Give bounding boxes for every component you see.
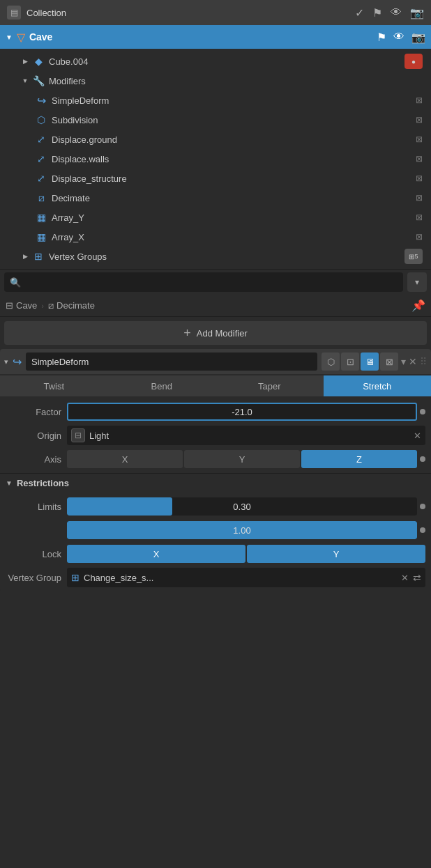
decimate-close[interactable]: ⊠ <box>413 193 425 203</box>
simpledeform-close[interactable]: ⊠ <box>413 95 425 105</box>
limits-dot-2[interactable] <box>420 527 425 533</box>
array-y-close[interactable]: ⊠ <box>413 212 425 222</box>
displace-structure-icon: ⤢ <box>33 173 49 184</box>
collection-row[interactable]: ▼ ▽ Cave ⚑ 👁 📷 <box>0 25 431 49</box>
vertex-groups-caret[interactable]: ▶ <box>20 253 31 260</box>
modifier-name-input[interactable] <box>26 352 317 371</box>
limits-control-2: 1.00 <box>67 521 425 539</box>
tree-item-subdivision[interactable]: ⬡ Subdivision ⊠ <box>0 110 431 130</box>
breadcrumb: ⊟ Cave › ⧄ Decimate 📌 <box>0 295 431 317</box>
modifier-drag-handle[interactable]: ⠿ <box>420 356 427 367</box>
cube-caret[interactable]: ▶ <box>20 58 31 65</box>
breadcrumb-decimate[interactable]: ⧄ Decimate <box>48 300 95 311</box>
vertex-group-row: Vertex Group ⊞ Change_size_s... ✕ ⇄ <box>6 568 425 587</box>
modifier-type-icon: ↪ <box>13 355 22 369</box>
vertex-groups-icon: ⊞ <box>31 251 46 262</box>
factor-row: Factor <box>6 402 425 421</box>
modifier-close-btn[interactable]: ✕ <box>409 356 417 367</box>
lock-control: X Y <box>67 545 425 563</box>
displace-ground-icon: ⤢ <box>33 134 49 145</box>
tree-item-decimate[interactable]: ⧄ Decimate ⊠ <box>0 188 431 208</box>
origin-control: ⊟ Light ✕ <box>67 426 425 445</box>
tab-bend[interactable]: Bend <box>108 375 216 396</box>
modifiers-caret[interactable]: ▼ <box>20 77 31 84</box>
tree-item-array-x[interactable]: ▦ Array_X ⊠ <box>0 227 431 247</box>
tree-item-simpledeform[interactable]: ↪ SimpleDeform ⊠ <box>0 91 431 110</box>
collection-icon: ▽ <box>17 31 25 44</box>
vertex-groups-label: Vertex Groups <box>46 251 404 262</box>
factor-input[interactable] <box>67 403 417 421</box>
limits-field-1[interactable]: 0.30 <box>67 497 417 516</box>
search-input[interactable] <box>24 277 398 288</box>
origin-object-icon: ⊟ <box>71 428 85 442</box>
collection-eye-icon[interactable]: 👁 <box>393 31 404 44</box>
vertex-group-swap-btn[interactable]: ⇄ <box>413 572 421 583</box>
checkmark-icon[interactable]: ✓ <box>355 6 364 20</box>
displace-walls-label: Displace.walls <box>49 154 413 164</box>
limits-field-2[interactable]: 1.00 <box>67 521 417 539</box>
vertex-group-clear-btn[interactable]: ✕ <box>401 573 409 583</box>
eye-icon[interactable]: 👁 <box>391 6 402 19</box>
plus-icon: + <box>183 326 191 341</box>
restrictions-properties: Limits 0.30 1.00 Lock <box>0 493 431 591</box>
lock-y-btn[interactable]: Y <box>247 545 425 563</box>
limits-row-1: Limits 0.30 <box>6 497 425 516</box>
tree-item-cube[interactable]: ▶ ◆ Cube.004 ● <box>0 52 431 71</box>
tree-item-modifiers[interactable]: ▼ 🔧 Modifiers <box>0 71 431 91</box>
modifier-viewport-icon[interactable]: ⊡ <box>341 352 359 371</box>
flag-icon[interactable]: ⚑ <box>372 6 382 20</box>
tree-item-displace-ground[interactable]: ⤢ Displace.ground ⊠ <box>0 130 431 149</box>
tree-item-displace-structure[interactable]: ⤢ Displace_structure ⊠ <box>0 169 431 188</box>
vertex-group-field[interactable]: ⊞ Change_size_s... ✕ ⇄ <box>67 568 425 587</box>
simpledeform-icon: ↪ <box>33 94 49 107</box>
axis-control: X Y Z <box>67 450 425 468</box>
mode-tabs: Twist Bend Taper Stretch <box>0 375 431 396</box>
breadcrumb-cave[interactable]: ⊟ Cave <box>6 300 37 311</box>
tab-taper[interactable]: Taper <box>216 375 324 396</box>
subdivision-close[interactable]: ⊠ <box>413 115 425 125</box>
breadcrumb-sep: › <box>41 302 44 310</box>
search-dropdown-btn[interactable]: ▾ <box>407 272 427 292</box>
modifier-realtime-icon[interactable]: 🖥 <box>361 352 379 371</box>
origin-field[interactable]: ⊟ Light ✕ <box>67 426 425 445</box>
add-modifier-button[interactable]: + Add Modifier <box>4 321 427 345</box>
tab-stretch[interactable]: Stretch <box>324 375 432 396</box>
displace-structure-close[interactable]: ⊠ <box>413 173 425 183</box>
factor-keyframe-dot[interactable] <box>420 409 425 414</box>
modifier-render-icon[interactable]: ⬡ <box>322 352 340 371</box>
cube-badge[interactable]: ● <box>404 54 423 69</box>
restrictions-header[interactable]: ▼ Restrictions <box>0 473 431 493</box>
array-y-label: Array_Y <box>49 212 413 223</box>
array-x-close[interactable]: ⊠ <box>413 232 425 242</box>
restrictions-caret[interactable]: ▼ <box>6 479 13 487</box>
collection-camera-icon[interactable]: 📷 <box>411 31 425 44</box>
displace-walls-close[interactable]: ⊠ <box>413 154 425 164</box>
modifier-apply-icon[interactable]: ⊠ <box>380 352 398 371</box>
array-y-icon: ▦ <box>33 212 49 223</box>
axis-keyframe-dot[interactable] <box>420 456 425 462</box>
collection-flag-icon[interactable]: ⚑ <box>377 31 386 44</box>
axis-z-btn[interactable]: Z <box>301 450 417 468</box>
origin-clear-btn[interactable]: ✕ <box>414 431 421 441</box>
axis-group: X Y Z <box>67 450 417 468</box>
lock-row: Lock X Y <box>6 544 425 564</box>
cube-icon: ◆ <box>31 56 46 67</box>
tree-item-vertex-groups[interactable]: ▶ ⊞ Vertex Groups ⊞5 <box>0 247 431 266</box>
modifiers-icon: 🔧 <box>31 75 46 86</box>
tab-twist[interactable]: Twist <box>0 375 108 396</box>
camera-icon[interactable]: 📷 <box>410 6 424 20</box>
modifier-more-btn[interactable]: ▾ <box>401 356 406 367</box>
vertex-group-label: Vertex Group <box>6 573 61 583</box>
tree-item-array-y[interactable]: ▦ Array_Y ⊠ <box>0 208 431 227</box>
lock-x-btn[interactable]: X <box>67 545 245 563</box>
pin-icon[interactable]: 📌 <box>411 299 425 312</box>
displace-ground-close[interactable]: ⊠ <box>413 134 425 144</box>
collection-caret[interactable]: ▼ <box>6 33 13 41</box>
tree-item-displace-walls[interactable]: ⤢ Displace.walls ⊠ <box>0 149 431 169</box>
modifier-collapse-btn[interactable]: ▾ <box>4 357 8 366</box>
breadcrumb-decimate-label: Decimate <box>56 300 95 311</box>
axis-x-btn[interactable]: X <box>67 450 183 468</box>
lock-group: X Y <box>67 545 425 563</box>
axis-y-btn[interactable]: Y <box>184 450 300 468</box>
limits-dot-1[interactable] <box>420 504 425 509</box>
